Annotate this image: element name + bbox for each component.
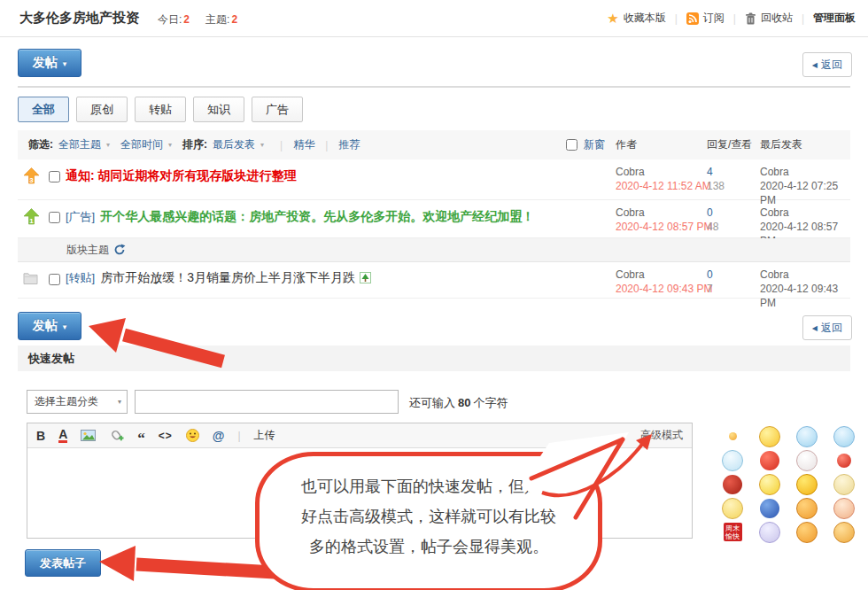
link-icon (109, 429, 124, 442)
thread-list: 3 通知: 胡同近期将对所有现存版块进行整理 Cobra 2020-4-12 1… (18, 159, 850, 299)
board-topics-bar: 版块主题 (18, 238, 850, 262)
smiley-scroll-icon[interactable] (833, 474, 855, 495)
tab-original[interactable]: 原创 (76, 97, 128, 122)
trash-icon (745, 12, 756, 25)
smiley-mouse-icon[interactable] (796, 450, 818, 471)
submit-post-button[interactable]: 发表帖子 (25, 549, 101, 577)
subscribe-link[interactable]: 订阅 (686, 11, 725, 26)
smiley-crying-stamp-icon[interactable] (722, 498, 743, 519)
chevron-down-icon: ▾ (63, 59, 67, 68)
author-link[interactable]: Cobra (616, 206, 712, 220)
smiley-doll-icon[interactable] (833, 498, 855, 519)
tab-repost[interactable]: 转贴 (135, 97, 186, 122)
author-link[interactable]: Cobra (616, 165, 711, 179)
back-button[interactable]: ◀ 返回 (802, 52, 852, 77)
insert-link-button[interactable] (109, 429, 124, 442)
thread-title[interactable]: 开个华人最感兴趣的话题：房地产投资。先从多伦多开始。欢迎地产经纪加盟！ (100, 209, 534, 223)
thread-checkbox[interactable] (49, 274, 60, 285)
recycle-label[interactable]: 回收站 (761, 11, 793, 26)
author-link[interactable]: Cobra (616, 268, 712, 282)
smiley-red-figure-icon[interactable] (837, 454, 851, 468)
new-post-label: 发帖 (33, 318, 58, 334)
thread-tag[interactable]: [广告] (66, 210, 95, 223)
back-caret-icon: ◀ (812, 324, 818, 332)
header-separator (725, 12, 745, 25)
smiley-blue-guy-icon[interactable] (760, 499, 779, 518)
thread-title[interactable]: 通知: 胡同近期将对所有现存版块进行整理 (66, 168, 297, 182)
thread-tag[interactable]: [转贴] (66, 271, 95, 284)
smiley-tiger-face-icon[interactable] (796, 522, 818, 543)
digest-link[interactable]: 精华 (293, 137, 314, 152)
annotation-text: 多的格式设置，帖子会显得美观。 (260, 532, 598, 562)
thread-checkbox[interactable] (49, 212, 60, 223)
upload-button[interactable]: 上传 (254, 428, 275, 443)
back-button[interactable]: ◀ 返回 (802, 315, 852, 340)
last-author-link[interactable]: Cobra (760, 165, 850, 179)
smiley-coin-icon[interactable] (796, 474, 818, 495)
tab-all[interactable]: 全部 (18, 97, 69, 122)
quote-button[interactable]: “ (137, 434, 145, 443)
thread-row: [转贴]房市开始放缓！3月销量房价上半月涨下半月跌 Cobra 2020-4-1… (18, 262, 850, 299)
tab-ads[interactable]: 广告 (252, 97, 303, 122)
star-icon: ★ (607, 12, 618, 25)
reply-count: 0 (707, 206, 718, 220)
smiley-angry-bird-icon[interactable] (723, 475, 742, 494)
header-actions: ★ 收藏本版 订阅 回收站 管理面板 (607, 0, 856, 36)
advanced-mode-link[interactable]: 高级模式 (640, 423, 683, 447)
last-author-link[interactable]: Cobra (760, 206, 850, 220)
back-label: 返回 (821, 321, 842, 336)
smiley-blue-bird-icon[interactable] (833, 426, 855, 447)
smiley-chick-icon[interactable] (722, 450, 743, 471)
smiley-sparkle-icon[interactable] (729, 432, 737, 440)
new-window-checkbox[interactable] (566, 139, 577, 151)
insert-image-button[interactable] (81, 430, 96, 441)
last-post-date: 2020-4-12 09:43 PM (760, 283, 838, 309)
new-post-button[interactable]: 发帖 ▾ (18, 49, 81, 77)
subject-input[interactable] (135, 390, 399, 414)
smiley-button[interactable] (186, 429, 199, 442)
smiley-crying-tiger-icon[interactable] (833, 522, 855, 543)
smiley-yellow-face-icon[interactable] (759, 474, 780, 495)
code-button[interactable]: <> (159, 430, 173, 442)
column-header-author: 作者 (616, 130, 637, 159)
thread-title[interactable]: 房市开始放缓！3月销量房价上半月涨下半月跌 (100, 270, 355, 284)
thread-checkbox[interactable] (49, 171, 60, 182)
smiley-blue-bird-icon[interactable] (796, 426, 818, 447)
chevron-down-icon: ▾ (63, 322, 67, 331)
recommend-link[interactable]: 推荐 (338, 137, 360, 152)
subscribe-label[interactable]: 订阅 (703, 11, 725, 26)
new-post-button[interactable]: 发帖 ▾ (18, 312, 81, 340)
smiley-red-hood-icon[interactable] (760, 451, 779, 470)
new-post-label: 发帖 (33, 55, 58, 71)
smiley-seal-stamp-icon[interactable]: 周末愉快 (724, 523, 742, 541)
refresh-icon[interactable] (113, 244, 126, 256)
toolbar-separator: | (237, 430, 240, 442)
bold-button[interactable]: B (36, 429, 45, 443)
last-author-link[interactable]: Cobra (760, 268, 850, 282)
category-select[interactable]: 选择主题分类 ▾ (27, 390, 128, 414)
view-count: 7 (707, 282, 713, 296)
annotation-bubble: 也可以用最下面的快速发帖，但是最 好点击高级模式，这样就可以有比较 多的格式设置… (255, 452, 602, 590)
smiley-sad-blob-icon[interactable] (759, 426, 780, 447)
smiley-purple-script-icon[interactable] (759, 522, 780, 543)
forum-title: 大多伦多房地产投资 (19, 10, 139, 27)
font-color-button[interactable]: A (58, 429, 67, 443)
thread-lastpost-cell: Cobra 2020-4-12 09:43 PM (760, 268, 850, 310)
column-header-replies-views: 回复/查看 (707, 130, 752, 159)
mention-button[interactable]: @ (213, 429, 225, 443)
thread-replies-cell: 0 48 (707, 206, 718, 234)
time-scope-dropdown[interactable]: 全部时间 (120, 137, 163, 152)
recycle-bin-link[interactable]: 回收站 (745, 11, 793, 26)
smiley-icon (186, 429, 199, 442)
tab-knowledge[interactable]: 知识 (193, 97, 244, 122)
smiley-tiger-guitar-icon[interactable] (796, 498, 818, 519)
filter-separator (275, 139, 288, 151)
post-date: 2020-4-12 09:43 PM (616, 283, 712, 295)
topic-scope-dropdown[interactable]: 全部主题 (58, 137, 101, 152)
favorite-board-link[interactable]: ★ 收藏本版 (607, 11, 665, 26)
favorite-label[interactable]: 收藏本版 (624, 11, 666, 26)
sort-dropdown[interactable]: 最后发表 (213, 137, 255, 152)
reply-count: 4 (707, 165, 725, 179)
post-date: 2020-4-12 08:57 PM (616, 221, 712, 233)
admin-panel-link[interactable]: 管理面板 (813, 11, 856, 26)
